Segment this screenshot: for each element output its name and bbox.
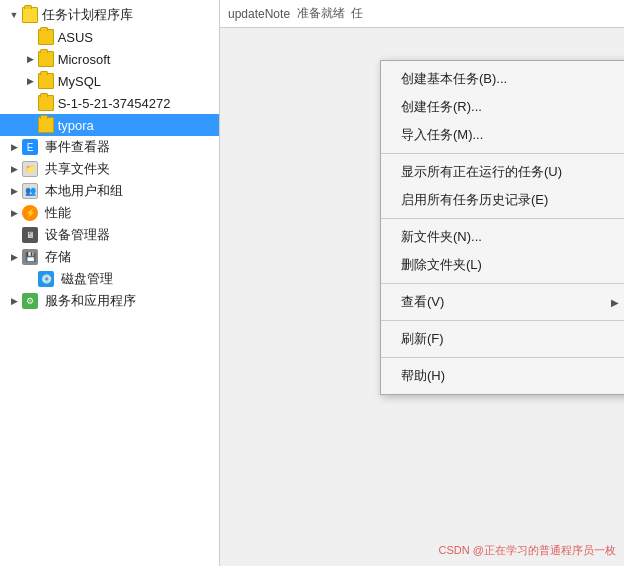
tree-item-label: Microsoft <box>58 52 111 67</box>
context-menu: 创建基本任务(B)... 创建任务(R)... 导入任务(M)... 显示所有正… <box>380 60 624 395</box>
tree-item-event[interactable]: ▶ E 事件查看器 <box>0 136 219 158</box>
tree-item-perf[interactable]: ▶ ⚡ 性能 <box>0 202 219 224</box>
submenu-arrow-icon: ▶ <box>611 297 619 308</box>
tree-item-label: MySQL <box>58 74 101 89</box>
header-col1: updateNote <box>228 7 290 21</box>
chevron-right-icon: ▶ <box>8 207 20 219</box>
tree-item-label: 本地用户和组 <box>45 182 123 200</box>
menu-item-label: 显示所有正在运行的任务(U) <box>401 163 562 181</box>
chevron-right-icon: ▶ <box>24 53 36 65</box>
menu-item-new-folder[interactable]: 新文件夹(N)... <box>381 223 624 251</box>
menu-item-view[interactable]: 查看(V) ▶ <box>381 288 624 316</box>
tree-item-label: 磁盘管理 <box>61 270 113 288</box>
storage-icon: 💾 <box>22 249 38 265</box>
menu-item-label: 删除文件夹(L) <box>401 256 482 274</box>
tree-item-label: 存储 <box>45 248 71 266</box>
watermark: CSDN @正在学习的普通程序员一枚 <box>439 543 616 558</box>
header-col2: 准备就绪 <box>297 5 345 22</box>
tree-item-label: 任务计划程序库 <box>42 6 133 24</box>
folder-open-icon <box>22 7 38 23</box>
tree-item-typora[interactable]: typora <box>0 114 219 136</box>
menu-item-create-basic[interactable]: 创建基本任务(B)... <box>381 65 624 93</box>
header-col3: 任 <box>351 5 363 22</box>
tree-item-disk[interactable]: 💿 磁盘管理 <box>0 268 219 290</box>
menu-item-label: 导入任务(M)... <box>401 126 483 144</box>
disk-icon: 💿 <box>38 271 54 287</box>
menu-item-refresh[interactable]: 刷新(F) <box>381 325 624 353</box>
device-icon: 🖥 <box>22 227 38 243</box>
tree-item-asus[interactable]: ASUS <box>0 26 219 48</box>
menu-separator <box>381 320 624 321</box>
menu-item-enable-history[interactable]: 启用所有任务历史记录(E) <box>381 186 624 214</box>
tree-item-storage[interactable]: ▶ 💾 存储 <box>0 246 219 268</box>
menu-item-label: 创建任务(R)... <box>401 98 482 116</box>
tree-item-users[interactable]: ▶ 👥 本地用户和组 <box>0 180 219 202</box>
tree-item-label: 设备管理器 <box>45 226 110 244</box>
event-icon: E <box>22 139 38 155</box>
right-panel: updateNote 准备就绪 任 创建基本任务(B)... 创建任务(R)..… <box>220 0 624 566</box>
share-icon: 📁 <box>22 161 38 177</box>
folder-icon <box>38 29 54 45</box>
tree-item-label: typora <box>58 118 94 133</box>
menu-item-help[interactable]: 帮助(H) <box>381 362 624 390</box>
chevron-right-icon: ▶ <box>8 141 20 153</box>
folder-icon <box>38 51 54 67</box>
menu-item-import-task[interactable]: 导入任务(M)... <box>381 121 624 149</box>
chevron-right-icon: ▶ <box>8 295 20 307</box>
main-panel: ▼ 任务计划程序库 ASUS ▶ Microsoft ▶ MySQL <box>0 0 624 566</box>
tree-item-label: ASUS <box>58 30 93 45</box>
chevron-right-icon: ▶ <box>8 185 20 197</box>
menu-separator <box>381 283 624 284</box>
chevron-placeholder <box>8 229 20 241</box>
tree-item-s1521[interactable]: S-1-5-21-37454272 <box>0 92 219 114</box>
chevron-placeholder <box>24 97 36 109</box>
perf-icon: ⚡ <box>22 205 38 221</box>
menu-item-label: 刷新(F) <box>401 330 444 348</box>
tree-item-label: 性能 <box>45 204 71 222</box>
tree-item-label: S-1-5-21-37454272 <box>58 96 171 111</box>
tree-item-label: 共享文件夹 <box>45 160 110 178</box>
folder-icon <box>38 95 54 111</box>
chevron-placeholder <box>24 119 36 131</box>
menu-item-create-task[interactable]: 创建任务(R)... <box>381 93 624 121</box>
tree-item-share[interactable]: ▶ 📁 共享文件夹 <box>0 158 219 180</box>
menu-item-show-running[interactable]: 显示所有正在运行的任务(U) <box>381 158 624 186</box>
chevron-placeholder <box>24 31 36 43</box>
chevron-down-icon: ▼ <box>8 9 20 21</box>
tree-item-label: 事件查看器 <box>45 138 110 156</box>
tree-item-device[interactable]: 🖥 设备管理器 <box>0 224 219 246</box>
users-icon: 👥 <box>22 183 38 199</box>
menu-item-label: 查看(V) <box>401 293 444 311</box>
tree-item-service[interactable]: ▶ ⚙ 服务和应用程序 <box>0 290 219 312</box>
chevron-right-icon: ▶ <box>8 163 20 175</box>
menu-separator <box>381 357 624 358</box>
chevron-placeholder <box>24 273 36 285</box>
folder-icon <box>38 73 54 89</box>
menu-item-label: 启用所有任务历史记录(E) <box>401 191 548 209</box>
watermark-text: CSDN @正在学习的普通程序员一枚 <box>439 544 616 556</box>
menu-separator <box>381 153 624 154</box>
tree-item-mysql[interactable]: ▶ MySQL <box>0 70 219 92</box>
tree-item-task-lib[interactable]: ▼ 任务计划程序库 <box>0 4 219 26</box>
tree-item-microsoft[interactable]: ▶ Microsoft <box>0 48 219 70</box>
chevron-right-icon: ▶ <box>24 75 36 87</box>
menu-item-label: 帮助(H) <box>401 367 445 385</box>
service-icon: ⚙ <box>22 293 38 309</box>
menu-item-label: 创建基本任务(B)... <box>401 70 507 88</box>
right-header: updateNote 准备就绪 任 <box>220 0 624 28</box>
menu-separator <box>381 218 624 219</box>
tree-panel: ▼ 任务计划程序库 ASUS ▶ Microsoft ▶ MySQL <box>0 0 220 566</box>
menu-item-delete-folder[interactable]: 删除文件夹(L) <box>381 251 624 279</box>
tree-item-label: 服务和应用程序 <box>45 292 136 310</box>
folder-icon <box>38 117 54 133</box>
menu-item-label: 新文件夹(N)... <box>401 228 482 246</box>
chevron-right-icon: ▶ <box>8 251 20 263</box>
